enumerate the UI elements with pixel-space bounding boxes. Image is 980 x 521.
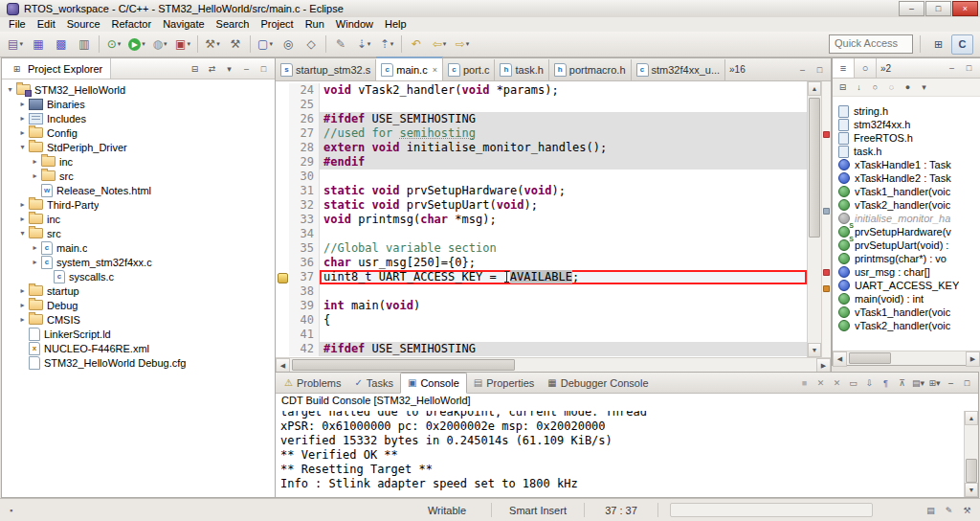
tree-item-stm32-helloworld[interactable]: ▾STM32_HelloWorld xyxy=(2,82,275,97)
profile-icon[interactable]: ◍▾ xyxy=(148,34,171,54)
menu-navigate[interactable]: Navigate xyxy=(157,17,210,32)
minimize-view-icon[interactable]: – xyxy=(945,61,959,76)
expander-icon[interactable]: ▸ xyxy=(30,243,40,252)
quick-access-input[interactable]: Quick Access xyxy=(829,34,913,54)
outline-tab[interactable]: ≡ xyxy=(833,58,855,78)
scroll-thumb[interactable] xyxy=(809,98,820,238)
expander-icon[interactable]: ▸ xyxy=(17,100,28,108)
code-line-36[interactable]: 36char usr_msg[250]={0}; xyxy=(276,256,807,270)
editor-tab-task-h[interactable]: htask.h xyxy=(495,59,548,80)
outline-item-uart-access-key[interactable]: UART_ACCESS_KEY xyxy=(833,279,980,292)
outline-item-prvsetupuart-void[interactable]: prvSetupUart(void) : xyxy=(833,238,980,252)
outline-item-vtask2-handler-voic[interactable]: vTask2_handler(voic xyxy=(833,198,980,212)
mark-occurrences-icon[interactable]: ✎ xyxy=(329,34,352,54)
editor-tab-port-c[interactable]: cport.c xyxy=(443,59,496,80)
expander-icon[interactable]: ▸ xyxy=(17,286,28,295)
tab-tasks[interactable]: ✓Tasks xyxy=(347,374,400,393)
outline-item-prvsetuphardware-v[interactable]: prvSetupHardware(v xyxy=(833,225,980,238)
maximize-editor-icon[interactable]: □ xyxy=(813,62,827,77)
hide-static-members-icon[interactable]: ◌ xyxy=(884,80,899,95)
clear-console-icon[interactable]: ▭ xyxy=(846,375,860,390)
code-line-25[interactable]: 25 xyxy=(276,98,807,112)
annotation-marker[interactable] xyxy=(823,269,830,276)
tab-console[interactable]: ▣Console xyxy=(400,373,467,394)
editor-horizontal-scrollbar[interactable]: ◀ ▶ xyxy=(276,357,831,372)
minimize-window-button[interactable]: – xyxy=(899,1,924,16)
expander-icon[interactable]: ▾ xyxy=(17,143,28,151)
debug-icon[interactable]: ⊙▾ xyxy=(102,34,125,54)
build-targets-tab[interactable]: ○ xyxy=(855,58,877,78)
expander-icon[interactable]: ▸ xyxy=(17,315,28,324)
new-wizard-icon[interactable]: ▤▾ xyxy=(4,34,27,54)
editor-tab-startup-stm32-s[interactable]: sstartup_stm32.s xyxy=(276,59,376,80)
menu-project[interactable]: Project xyxy=(255,17,299,32)
tree-item-third-party[interactable]: ▸Third-Party xyxy=(2,197,275,212)
view-menu-icon[interactable]: ▾ xyxy=(222,61,236,76)
open-element-icon[interactable]: ◇ xyxy=(300,34,323,54)
tree-item-syscalls-c[interactable]: csyscalls.c xyxy=(2,269,275,283)
expander-icon[interactable]: ▾ xyxy=(17,229,28,238)
outline-item-printmsg-char-vo[interactable]: printmsg(char*) : vo xyxy=(833,252,980,265)
view-menu-icon[interactable]: ▾ xyxy=(917,80,931,95)
save-icon[interactable]: ▦ xyxy=(27,34,50,54)
tree-item-debug[interactable]: ▸Debug xyxy=(2,298,275,312)
minimize-editor-icon[interactable]: – xyxy=(795,62,810,77)
outline-item-string-h[interactable]: string.h xyxy=(833,104,980,118)
maximize-view-icon[interactable]: □ xyxy=(962,61,976,76)
outline-horizontal-scrollbar[interactable]: ◀ ▶ xyxy=(833,351,980,365)
tree-item-stdperiph-driver[interactable]: ▾StdPeriph_Driver xyxy=(2,140,275,154)
hide-non-public-members-icon[interactable]: ● xyxy=(901,80,915,95)
minimize-view-icon[interactable]: – xyxy=(239,61,254,76)
outline-item-vtask2-handler-voic[interactable]: vTask2_handler(voic xyxy=(833,319,980,332)
scroll-right-arrow-icon[interactable]: ▶ xyxy=(966,351,980,367)
tree-item-binaries[interactable]: ▸Binaries xyxy=(2,97,275,111)
tree-item-cmsis[interactable]: ▸CMSIS xyxy=(2,312,275,327)
annotation-marker[interactable] xyxy=(823,208,830,215)
scroll-track[interactable] xyxy=(808,96,821,343)
remove-all-launches-icon[interactable]: ✕ xyxy=(830,375,844,390)
code-line-27[interactable]: 27//used for semihosting xyxy=(276,126,807,141)
word-wrap-icon[interactable]: ¶ xyxy=(879,375,893,390)
forward-icon[interactable]: ⇨▾ xyxy=(451,34,474,54)
menu-search[interactable]: Search xyxy=(211,17,256,32)
code-line-39[interactable]: 39int main(void) xyxy=(276,299,807,313)
outline-item-usr-msg-char[interactable]: usr_msg : char[] xyxy=(833,265,980,279)
run-icon[interactable]: ▶▾ xyxy=(125,34,148,54)
search-icon[interactable]: ◎ xyxy=(277,34,300,54)
menu-window[interactable]: Window xyxy=(330,17,379,32)
scroll-up-arrow-icon[interactable]: ▲ xyxy=(808,81,821,96)
code-line-33[interactable]: 33void printmsg(char *msg); xyxy=(276,213,807,227)
tree-item-system-stm32f4xx-c[interactable]: ▸csystem_stm32f4xx.c xyxy=(2,255,275,269)
tree-item-startup[interactable]: ▸startup xyxy=(2,283,275,298)
build-all-icon[interactable]: ⚒ xyxy=(224,34,247,54)
code-line-24[interactable]: 24void vTask2_handler(void *params); xyxy=(276,83,807,98)
tab-overflow-chevron[interactable]: »16 xyxy=(725,64,749,75)
page-status-icon[interactable]: ▤ xyxy=(924,503,938,517)
outline-item-xtaskhandle2-task[interactable]: xTaskHandle2 : Task xyxy=(833,171,980,185)
tree-item-inc[interactable]: ▸inc xyxy=(2,212,275,226)
outline-item-stm32f4xx-h[interactable]: stm32f4xx.h xyxy=(833,118,980,131)
code-line-29[interactable]: 29#endif xyxy=(276,155,807,170)
tab-problems[interactable]: ⚠Problems xyxy=(278,374,347,393)
open-perspective-icon[interactable]: ⊞ xyxy=(927,34,949,55)
collapse-all-icon[interactable]: ⊟ xyxy=(835,80,850,95)
editor-tab-main-c[interactable]: cmain.c× xyxy=(376,57,443,80)
tab-properties[interactable]: ▤Properties xyxy=(467,374,542,393)
code-line-28[interactable]: 28extern void initialise_monitor_handles… xyxy=(276,141,807,155)
tree-item-release-notes-html[interactable]: wRelease_Notes.html xyxy=(2,183,275,197)
expander-icon[interactable]: ▾ xyxy=(5,85,15,94)
expander-icon[interactable]: ▸ xyxy=(17,215,28,223)
trim-grip-icon[interactable]: ▪ xyxy=(4,503,18,517)
menu-file[interactable]: File xyxy=(3,17,32,32)
editor-vertical-scrollbar[interactable]: ▲ ▼ xyxy=(807,81,821,357)
code-line-26[interactable]: 26#ifdef USE_SEMIHOSTING xyxy=(276,112,807,126)
scroll-up-arrow-icon[interactable]: ▲ xyxy=(965,411,978,425)
annotation-marker[interactable] xyxy=(823,285,830,292)
maximize-window-button[interactable]: □ xyxy=(925,1,951,16)
scroll-track-h[interactable] xyxy=(290,358,816,372)
tree-item-main-c[interactable]: ▸cmain.c xyxy=(2,240,275,255)
console-vertical-scrollbar[interactable]: ▲ ▼ xyxy=(964,411,978,497)
tree-item-config[interactable]: ▸Config xyxy=(2,125,275,140)
menu-help[interactable]: Help xyxy=(379,17,412,32)
tree-item-nucleo-f446re-xml[interactable]: xNUCLEO-F446RE.xml xyxy=(2,341,275,355)
